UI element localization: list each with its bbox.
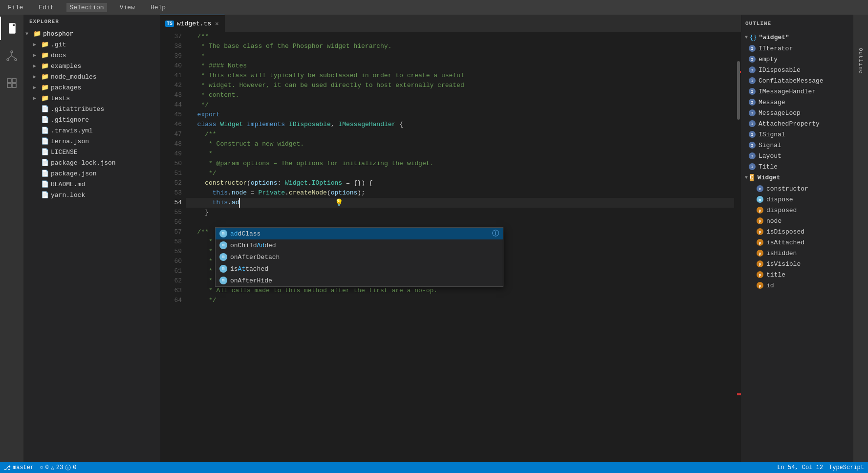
outline-label-IMessageHandler: IMessageHandler [759, 88, 816, 95]
scroll-marker-bottom [737, 393, 741, 395]
outline-label-isVisible: isVisible [766, 260, 801, 268]
activity-files[interactable] [0, 17, 23, 40]
info-count: 0 [73, 464, 76, 471]
outline-icon-isDisposed: p [757, 228, 763, 235]
code-line-50: * @param options – The options for initi… [186, 159, 734, 169]
outline-item-Message[interactable]: I Message [741, 97, 853, 108]
outline-label-Signal: Signal [759, 142, 781, 149]
outline-item-Layout[interactable]: I Layout [741, 150, 853, 161]
outline-item-AttachedProperty[interactable]: I AttachedProperty [741, 118, 853, 129]
sidebar-item-package[interactable]: ▶ 📄 package.json [23, 168, 160, 179]
info-icon: ⓘ [65, 464, 71, 472]
outline-item-Title[interactable]: I Title [741, 161, 853, 172]
code-editor[interactable]: 37 38 39 40 41 42 43 44 45 46 47 48 49 5… [160, 32, 741, 462]
sidebar-item-yarn[interactable]: ▶ 📄 yarn.lock [23, 190, 160, 200]
outline-item-IDisposable[interactable]: I IDisposable [741, 64, 853, 75]
sidebar-item-packages[interactable]: ▶ 📁 packages [23, 82, 160, 93]
sidebar-item-examples[interactable]: ▶ 📁 examples [23, 61, 160, 71]
sidebar-item-lerna[interactable]: ▶ 📄 lerna.json [23, 136, 160, 147]
right-label-outline[interactable]: Outline [858, 44, 864, 78]
git-icon: ⎇ [4, 464, 11, 472]
outline-item-dispose[interactable]: m dispose [741, 194, 853, 205]
line-num-59: 59 [160, 247, 182, 257]
tab-widget-ts[interactable]: TS widget.ts ✕ [160, 15, 225, 32]
outline-item-IMessageHandler[interactable]: I IMessageHandler [741, 86, 853, 97]
sidebar-root[interactable]: ▼ 📁 phosphor [23, 28, 160, 39]
status-branch[interactable]: ⎇ master [4, 464, 34, 472]
title-bar: File Edit Selection View Help [0, 0, 868, 15]
line-num-60: 60 [160, 257, 182, 266]
outline-icon-ConflatabeMessage: I [749, 77, 756, 84]
warning-icon: △ [51, 464, 54, 472]
line-num-53: 53 [160, 188, 182, 198]
activity-extensions[interactable] [0, 71, 23, 95]
sidebar-item-travis[interactable]: ▶ 📄 .travis.yml [23, 125, 160, 136]
outline-item-node[interactable]: p node [741, 215, 853, 226]
sidebar-item-readme[interactable]: ▶ 📄 README.md [23, 179, 160, 190]
sidebar-item-gitattributes[interactable]: ▶ 📄 .gitattributes [23, 104, 160, 114]
editor-scrollbar[interactable] [734, 32, 741, 462]
outline-item-Signal[interactable]: I Signal [741, 140, 853, 150]
ac-item-onAfterHide[interactable]: m onAfterHide [216, 275, 503, 286]
code-content[interactable]: /** * The base class of the Phosphor wid… [186, 32, 734, 462]
outline-label-Layout: Layout [759, 152, 781, 160]
outline-item-isVisible[interactable]: p isVisible [741, 258, 853, 269]
tab-close-button[interactable]: ✕ [214, 20, 219, 28]
line-num-40: 40 [160, 61, 182, 71]
ac-item-onChildAdded[interactable]: m onChildAdded [216, 239, 503, 251]
line-num-55: 55 [160, 208, 182, 217]
ac-item-onAfterDetach[interactable]: m onAfterDetach [216, 251, 503, 263]
sidebar-item-node-modules[interactable]: ▶ 📁 node_modules [23, 71, 160, 82]
outline-item-empty[interactable]: I empty [741, 54, 853, 64]
tab-label: widget.ts [177, 20, 211, 27]
line-num-47: 47 [160, 129, 182, 139]
menu-edit[interactable]: Edit [36, 3, 57, 12]
outline-label-constructor: constructor [766, 185, 808, 193]
status-position[interactable]: Ln 54, Col 12 [777, 464, 823, 471]
outline-icon-MessageLoop: I [749, 109, 756, 116]
ac-item-addClass[interactable]: m addClass ⓘ [216, 228, 503, 239]
sidebar-item-package-lock[interactable]: ▶ 📄 package-lock.json [23, 157, 160, 168]
code-line-43: * content. [186, 90, 734, 100]
outline-section-widget[interactable]: ▼ {} "widget" [741, 32, 853, 43]
sidebar-item-git[interactable]: ▶ 📁 .git [23, 39, 160, 50]
menu-help[interactable]: Help [148, 3, 169, 12]
outline-item-MessageLoop[interactable]: I MessageLoop [741, 108, 853, 118]
outline-item-constructor[interactable]: c constructor [741, 183, 853, 194]
outline-item-ISignal[interactable]: I ISignal [741, 129, 853, 140]
ac-icon-isAttached: m [219, 265, 227, 273]
outline-item-ConflatabeMessage[interactable]: I ConflatabeMessage [741, 75, 853, 86]
menu-file[interactable]: File [5, 3, 26, 12]
outline-icon-dispose: m [757, 196, 763, 203]
ac-label-addClass: addClass [230, 230, 260, 237]
scroll-thumb[interactable] [737, 61, 740, 120]
line-num-44: 44 [160, 100, 182, 110]
outline-item-isAttached[interactable]: p isAttached [741, 237, 853, 248]
outline-icon-Layout: I [749, 152, 756, 159]
line-num-38: 38 [160, 42, 182, 51]
outline-label-isDisposed: isDisposed [766, 228, 804, 236]
outline-item-title[interactable]: p title [741, 269, 853, 280]
outline-section-Widget-class[interactable]: ▼ C Widget [741, 172, 853, 183]
outline-icon-node: p [757, 217, 763, 224]
outline-item-isDisposed[interactable]: p isDisposed [741, 226, 853, 237]
status-language[interactable]: TypeScript [829, 464, 864, 471]
ac-label-onAfterDetach: onAfterDetach [230, 254, 280, 261]
outline-item-isHidden[interactable]: p isHidden [741, 248, 853, 258]
sidebar-item-gitignore[interactable]: ▶ 📄 .gitignore [23, 114, 160, 125]
ac-info-addClass[interactable]: ⓘ [492, 229, 499, 238]
sidebar-item-tests[interactable]: ▶ 📁 tests [23, 93, 160, 104]
sidebar-item-license[interactable]: ▶ 📄 LICENSE [23, 147, 160, 157]
outline-item-disposed[interactable]: p disposed [741, 205, 853, 215]
activity-git[interactable] [0, 44, 23, 67]
status-errors[interactable]: ○ 0 △ 23 ⓘ 0 [40, 464, 76, 472]
ac-item-isAttached[interactable]: m isAttached [216, 263, 503, 275]
outline-icon-isAttached: p [757, 239, 763, 246]
menu-selection[interactable]: Selection [66, 3, 107, 12]
sidebar-item-docs[interactable]: ▶ 📁 docs [23, 50, 160, 61]
outline-item-id[interactable]: p id [741, 280, 853, 291]
outline-item-IIterator[interactable]: I IIterator [741, 43, 853, 54]
code-line-55: } [186, 208, 734, 217]
outline-icon-Widget-class: C [750, 174, 754, 181]
menu-view[interactable]: View [117, 3, 138, 12]
